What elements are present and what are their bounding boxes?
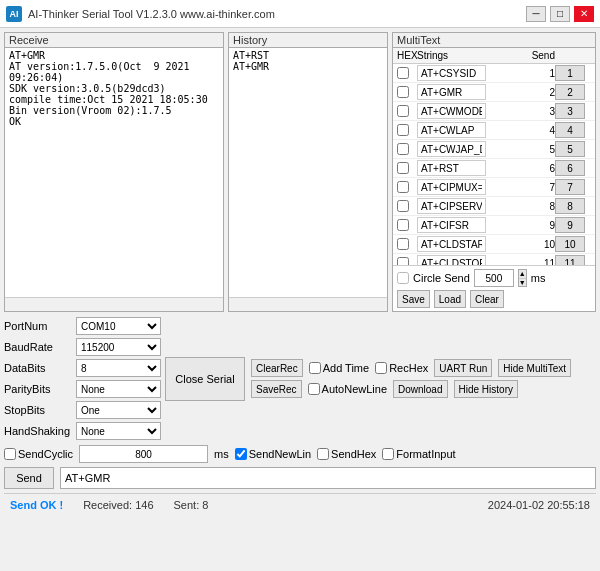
databits-row: DataBits 8 <box>4 358 161 378</box>
mt-row-checkbox-4[interactable] <box>397 143 409 155</box>
mt-row-input-5[interactable] <box>417 160 486 176</box>
mt-row-send-btn-2[interactable]: 3 <box>555 103 585 119</box>
paritybits-select[interactable]: None <box>76 380 161 398</box>
uart-run-button[interactable]: UART Run <box>434 359 492 377</box>
saverec-button[interactable]: SaveRec <box>251 380 302 398</box>
timestamp-status: 2024-01-02 20:55:18 <box>488 499 590 511</box>
spinner-down[interactable]: ▼ <box>519 279 526 287</box>
mt-row-input-0[interactable] <box>417 65 486 81</box>
circle-send-label: Circle Send <box>413 272 470 284</box>
mt-row-input-8[interactable] <box>417 217 486 233</box>
mt-row-send-btn-7[interactable]: 8 <box>555 198 585 214</box>
handshaking-row: HandShaking None <box>4 421 161 441</box>
maximize-button[interactable]: □ <box>550 6 570 22</box>
mid-row2: SaveRec AutoNewLine Download Hide Histor… <box>251 380 596 398</box>
autonewline-checkbox[interactable] <box>308 383 320 395</box>
mt-row-input-7[interactable] <box>417 198 486 214</box>
mt-row-send-btn-3[interactable]: 4 <box>555 122 585 138</box>
mt-row-checkbox-9[interactable] <box>397 238 409 250</box>
mt-row-send-btn-0[interactable]: 1 <box>555 65 585 81</box>
mt-row-input-2[interactable] <box>417 103 486 119</box>
mt-footer: Circle Send ▲ ▼ ms Save Load Clear <box>393 265 595 311</box>
top-panels: Receive History MultiText HEX Strings Se… <box>4 32 596 312</box>
status-bar: Send OK ! Received: 146 Sent: 8 2024-01-… <box>4 493 596 515</box>
handshaking-select[interactable]: None <box>76 422 161 440</box>
sent-status: Sent: 8 <box>174 499 209 511</box>
portnum-select[interactable]: COM10 <box>76 317 161 335</box>
download-button[interactable]: Download <box>393 380 447 398</box>
stopbits-row: StopBits One <box>4 400 161 420</box>
mt-row-checkbox-8[interactable] <box>397 219 409 231</box>
sendhex-checkbox[interactable] <box>317 448 329 460</box>
mt-row-checkbox-6[interactable] <box>397 181 409 193</box>
save-button[interactable]: Save <box>397 290 430 308</box>
history-textarea[interactable] <box>229 48 387 297</box>
mt-row: 4 4 <box>393 121 595 140</box>
mt-row-send-btn-10[interactable]: 11 <box>555 255 585 265</box>
mt-row-num-1: 2 <box>486 87 555 98</box>
circle-send-spinner: ▲ ▼ <box>518 269 527 287</box>
handshaking-label: HandShaking <box>4 425 76 437</box>
close-button[interactable]: ✕ <box>574 6 594 22</box>
receive-hscrollbar[interactable] <box>5 297 223 311</box>
history-panel-title: History <box>229 33 387 48</box>
history-hscrollbar[interactable] <box>229 297 387 311</box>
receive-textarea[interactable] <box>5 48 223 297</box>
formatinput-checkbox[interactable] <box>382 448 394 460</box>
mt-row-num-4: 5 <box>486 144 555 155</box>
portnum-row: PortNum COM10 <box>4 316 161 336</box>
mt-row-send-btn-9[interactable]: 10 <box>555 236 585 252</box>
mt-row: 5 5 <box>393 140 595 159</box>
clearrec-button[interactable]: ClearRec <box>251 359 303 377</box>
mt-row-send-btn-5[interactable]: 6 <box>555 160 585 176</box>
mt-row-input-3[interactable] <box>417 122 486 138</box>
autonewline-label: AutoNewLine <box>308 383 387 395</box>
mt-row-send-btn-4[interactable]: 5 <box>555 141 585 157</box>
mt-row-checkbox-3[interactable] <box>397 124 409 136</box>
rechex-checkbox[interactable] <box>375 362 387 374</box>
sendnewlin-checkbox[interactable] <box>235 448 247 460</box>
databits-select[interactable]: 8 <box>76 359 161 377</box>
addtime-checkbox[interactable] <box>309 362 321 374</box>
mt-row-send-btn-8[interactable]: 9 <box>555 217 585 233</box>
load-button[interactable]: Load <box>434 290 466 308</box>
mt-row-input-10[interactable] <box>417 255 486 265</box>
app-icon: AI <box>6 6 22 22</box>
mt-row: 7 7 <box>393 178 595 197</box>
mt-row-input-9[interactable] <box>417 236 486 252</box>
multitext-panel-title: MultiText <box>393 33 595 48</box>
mt-row-checkbox-1[interactable] <box>397 86 409 98</box>
mt-row-input-1[interactable] <box>417 84 486 100</box>
sendcyclic-label: SendCyclic <box>4 448 73 460</box>
baudrate-select[interactable]: 115200 <box>76 338 161 356</box>
minimize-button[interactable]: ─ <box>526 6 546 22</box>
send-button[interactable]: Send <box>4 467 54 489</box>
receive-panel: Receive <box>4 32 224 312</box>
mt-row-num-9: 10 <box>486 239 555 250</box>
mt-row-send-btn-6[interactable]: 7 <box>555 179 585 195</box>
circle-send-checkbox[interactable] <box>397 272 409 284</box>
hide-multitext-button[interactable]: Hide MultiText <box>498 359 571 377</box>
mt-row-input-6[interactable] <box>417 179 486 195</box>
sendcyclic-checkbox[interactable] <box>4 448 16 460</box>
title-bar: AI AI-Thinker Serial Tool V1.2.3.0 www.a… <box>0 0 600 28</box>
mt-row-input-4[interactable] <box>417 141 486 157</box>
mt-row-checkbox-2[interactable] <box>397 105 409 117</box>
close-serial-area: Close Serial <box>165 316 247 441</box>
rechex-label: RecHex <box>375 362 428 374</box>
mt-row-checkbox-5[interactable] <box>397 162 409 174</box>
mt-row-checkbox-0[interactable] <box>397 67 409 79</box>
mt-row-checkbox-7[interactable] <box>397 200 409 212</box>
spinner-up[interactable]: ▲ <box>519 270 526 279</box>
mt-row-checkbox-10[interactable] <box>397 257 409 265</box>
sendcyclic-value[interactable] <box>79 445 208 463</box>
mt-row: 2 2 <box>393 83 595 102</box>
mt-row-send-btn-1[interactable]: 2 <box>555 84 585 100</box>
at-command-input[interactable] <box>60 467 596 489</box>
stopbits-select[interactable]: One <box>76 401 161 419</box>
clear-button[interactable]: Clear <box>470 290 504 308</box>
paritybits-label: ParityBits <box>4 383 76 395</box>
close-serial-button[interactable]: Close Serial <box>165 357 245 401</box>
circle-send-value[interactable] <box>474 269 514 287</box>
hide-history-button[interactable]: Hide History <box>454 380 518 398</box>
